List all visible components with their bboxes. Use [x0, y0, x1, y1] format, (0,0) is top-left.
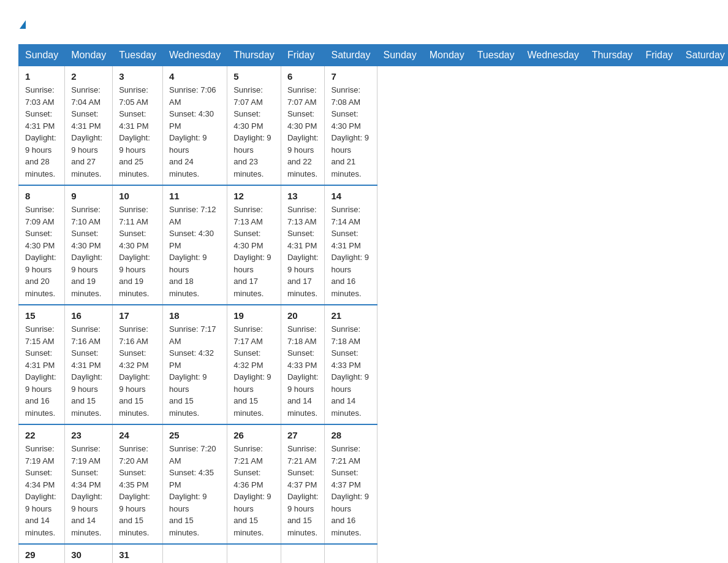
day-info: Sunrise: 7:20 AM Sunset: 4:35 PM Dayligh…	[169, 443, 221, 538]
calendar-cell: 13 Sunrise: 7:13 AM Sunset: 4:31 PM Dayl…	[281, 185, 325, 305]
day-info: Sunrise: 7:13 AM Sunset: 4:31 PM Dayligh…	[287, 204, 319, 299]
day-info: Sunrise: 7:06 AM Sunset: 4:30 PM Dayligh…	[169, 84, 221, 180]
day-info: Sunrise: 7:11 AM Sunset: 4:30 PM Dayligh…	[119, 204, 156, 299]
day-info: Sunrise: 7:08 AM Sunset: 4:30 PM Dayligh…	[331, 84, 370, 180]
day-info: Sunrise: 7:07 AM Sunset: 4:30 PM Dayligh…	[233, 84, 275, 180]
calendar-cell: 16 Sunrise: 7:16 AM Sunset: 4:31 PM Dayl…	[65, 305, 113, 424]
day-number: 4	[169, 71, 221, 82]
week-row-5: 29 Sunrise: 7:21 AM Sunset: 4:38 PM Dayl…	[19, 544, 729, 563]
day-info: Sunrise: 7:10 AM Sunset: 4:30 PM Dayligh…	[71, 204, 106, 299]
calendar-cell: 3 Sunrise: 7:05 AM Sunset: 4:31 PM Dayli…	[113, 66, 163, 186]
header-friday: Friday	[639, 45, 679, 66]
day-number: 16	[71, 310, 106, 321]
day-info: Sunrise: 7:21 AM Sunset: 4:37 PM Dayligh…	[287, 443, 319, 538]
header-tuesday: Tuesday	[113, 45, 163, 66]
calendar-cell: 18 Sunrise: 7:17 AM Sunset: 4:32 PM Dayl…	[162, 305, 227, 424]
day-info: Sunrise: 7:16 AM Sunset: 4:31 PM Dayligh…	[71, 323, 106, 419]
day-number: 9	[71, 191, 106, 201]
page-header	[18, 12, 710, 33]
day-number: 14	[331, 191, 370, 201]
day-info: Sunrise: 7:17 AM Sunset: 4:32 PM Dayligh…	[233, 323, 275, 419]
header-saturday: Saturday	[325, 45, 377, 66]
calendar-cell: 31 Sunrise: 7:22 AM Sunset: 4:40 PM Dayl…	[113, 544, 163, 563]
calendar-cell: 17 Sunrise: 7:16 AM Sunset: 4:32 PM Dayl…	[113, 305, 163, 424]
calendar-cell: 1 Sunrise: 7:03 AM Sunset: 4:31 PM Dayli…	[19, 66, 65, 186]
calendar-cell: 5 Sunrise: 7:07 AM Sunset: 4:30 PM Dayli…	[227, 66, 281, 186]
logo-general-line	[18, 17, 26, 33]
calendar-cell: 7 Sunrise: 7:08 AM Sunset: 4:30 PM Dayli…	[325, 66, 377, 186]
day-number: 15	[25, 310, 58, 321]
day-info: Sunrise: 7:09 AM Sunset: 4:30 PM Dayligh…	[25, 204, 58, 299]
day-number: 24	[119, 430, 156, 440]
calendar-cell	[281, 544, 325, 563]
calendar-cell: 10 Sunrise: 7:11 AM Sunset: 4:30 PM Dayl…	[113, 185, 163, 305]
calendar-cell: 25 Sunrise: 7:20 AM Sunset: 4:35 PM Dayl…	[162, 424, 227, 544]
header-friday: Friday	[281, 45, 325, 66]
day-info: Sunrise: 7:17 AM Sunset: 4:32 PM Dayligh…	[169, 323, 221, 419]
header-thursday: Thursday	[227, 45, 281, 66]
day-info: Sunrise: 7:16 AM Sunset: 4:32 PM Dayligh…	[119, 323, 156, 419]
logo	[18, 17, 26, 33]
week-row-1: 1 Sunrise: 7:03 AM Sunset: 4:31 PM Dayli…	[19, 66, 729, 186]
week-row-4: 22 Sunrise: 7:19 AM Sunset: 4:34 PM Dayl…	[19, 424, 729, 544]
day-number: 21	[331, 310, 370, 321]
day-number: 5	[233, 71, 275, 82]
day-number: 12	[233, 191, 275, 201]
day-number: 30	[71, 550, 106, 560]
calendar-cell: 4 Sunrise: 7:06 AM Sunset: 4:30 PM Dayli…	[162, 66, 227, 186]
day-info: Sunrise: 7:03 AM Sunset: 4:31 PM Dayligh…	[25, 84, 58, 180]
week-row-3: 15 Sunrise: 7:15 AM Sunset: 4:31 PM Dayl…	[19, 305, 729, 424]
calendar-cell: 9 Sunrise: 7:10 AM Sunset: 4:30 PM Dayli…	[65, 185, 113, 305]
day-number: 20	[287, 310, 319, 321]
calendar-cell	[227, 544, 281, 563]
logo-triangle-icon	[20, 20, 26, 29]
day-number: 27	[287, 430, 319, 440]
calendar-cell	[162, 544, 227, 563]
calendar-cell: 21 Sunrise: 7:18 AM Sunset: 4:33 PM Dayl…	[325, 305, 377, 424]
calendar-cell: 24 Sunrise: 7:20 AM Sunset: 4:35 PM Dayl…	[113, 424, 163, 544]
day-info: Sunrise: 7:21 AM Sunset: 4:37 PM Dayligh…	[331, 443, 370, 538]
day-number: 31	[119, 550, 156, 560]
day-info: Sunrise: 7:07 AM Sunset: 4:30 PM Dayligh…	[287, 84, 319, 180]
calendar-cell: 2 Sunrise: 7:04 AM Sunset: 4:31 PM Dayli…	[65, 66, 113, 186]
day-info: Sunrise: 7:18 AM Sunset: 4:33 PM Dayligh…	[287, 323, 319, 419]
day-number: 2	[71, 71, 106, 82]
day-number: 13	[287, 191, 319, 201]
day-number: 25	[169, 430, 221, 440]
calendar-cell	[325, 544, 377, 563]
calendar-cell: 8 Sunrise: 7:09 AM Sunset: 4:30 PM Dayli…	[19, 185, 65, 305]
header-tuesday: Tuesday	[471, 45, 521, 66]
day-number: 11	[169, 191, 221, 201]
calendar-cell: 6 Sunrise: 7:07 AM Sunset: 4:30 PM Dayli…	[281, 66, 325, 186]
day-number: 22	[25, 430, 58, 440]
header-monday: Monday	[65, 45, 113, 66]
header-sunday: Sunday	[19, 45, 65, 66]
week-row-2: 8 Sunrise: 7:09 AM Sunset: 4:30 PM Dayli…	[19, 185, 729, 305]
day-number: 19	[233, 310, 275, 321]
header-saturday: Saturday	[679, 45, 728, 66]
day-number: 23	[71, 430, 106, 440]
day-info: Sunrise: 7:19 AM Sunset: 4:34 PM Dayligh…	[25, 443, 58, 538]
day-info: Sunrise: 7:13 AM Sunset: 4:30 PM Dayligh…	[233, 204, 275, 299]
day-number: 18	[169, 310, 221, 321]
day-number: 17	[119, 310, 156, 321]
calendar-cell: 22 Sunrise: 7:19 AM Sunset: 4:34 PM Dayl…	[19, 424, 65, 544]
calendar-cell: 15 Sunrise: 7:15 AM Sunset: 4:31 PM Dayl…	[19, 305, 65, 424]
day-number: 8	[25, 191, 58, 201]
calendar-cell: 29 Sunrise: 7:21 AM Sunset: 4:38 PM Dayl…	[19, 544, 65, 563]
day-info: Sunrise: 7:04 AM Sunset: 4:31 PM Dayligh…	[71, 84, 106, 180]
weekday-header-row: SundayMondayTuesdayWednesdayThursdayFrid…	[19, 45, 729, 66]
day-number: 26	[233, 430, 275, 440]
header-wednesday: Wednesday	[521, 45, 585, 66]
calendar-cell: 12 Sunrise: 7:13 AM Sunset: 4:30 PM Dayl…	[227, 185, 281, 305]
calendar-cell: 20 Sunrise: 7:18 AM Sunset: 4:33 PM Dayl…	[281, 305, 325, 424]
day-info: Sunrise: 7:12 AM Sunset: 4:30 PM Dayligh…	[169, 204, 221, 299]
day-number: 28	[331, 430, 370, 440]
day-info: Sunrise: 7:18 AM Sunset: 4:33 PM Dayligh…	[331, 323, 370, 419]
calendar-cell: 27 Sunrise: 7:21 AM Sunset: 4:37 PM Dayl…	[281, 424, 325, 544]
day-number: 1	[25, 71, 58, 82]
day-number: 3	[119, 71, 156, 82]
calendar-cell: 26 Sunrise: 7:21 AM Sunset: 4:36 PM Dayl…	[227, 424, 281, 544]
calendar-cell: 11 Sunrise: 7:12 AM Sunset: 4:30 PM Dayl…	[162, 185, 227, 305]
day-info: Sunrise: 7:14 AM Sunset: 4:31 PM Dayligh…	[331, 204, 370, 299]
